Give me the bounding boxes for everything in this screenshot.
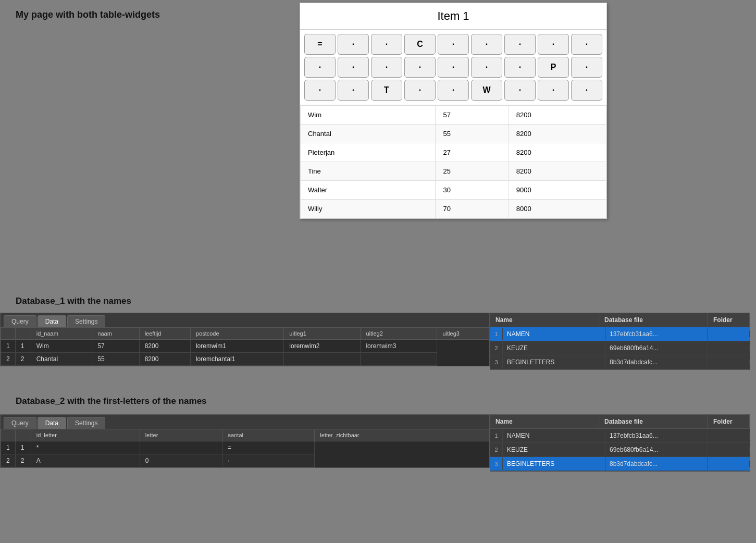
grid-btn-24[interactable]: ·	[504, 80, 536, 101]
grid-btn-15[interactable]: ·	[504, 57, 536, 78]
table-cell: A	[31, 454, 140, 467]
grid-btn-25[interactable]: ·	[538, 80, 569, 101]
list-item[interactable]: 1NAMEN137ebfcb31aa6...	[490, 429, 750, 443]
db1-list-panel: Name Database file Folder 1NAMEN137ebfcb…	[490, 313, 750, 370]
list-item-num: 1	[490, 328, 503, 340]
tab-query[interactable]: Query	[4, 315, 36, 327]
list-item[interactable]: 3BEGINLETTERS8b3d7dabdcafc...	[490, 457, 750, 471]
db1-table: id_naamnaamleeftijdpostcodeuitleg1uitleg…	[1, 327, 489, 366]
grid-btn-6[interactable]: ·	[504, 34, 536, 55]
page-title: My page with both table-widgets	[16, 9, 160, 20]
list-item-num: 3	[490, 356, 503, 368]
widget-cell-name: Tine	[301, 162, 436, 181]
table-cell: 57	[92, 340, 139, 353]
table-row[interactable]: Chantal558200	[301, 125, 606, 143]
grid-btn-22[interactable]: ·	[438, 80, 469, 101]
tab-data[interactable]: Data	[38, 417, 66, 429]
table-cell: =	[222, 441, 315, 454]
list-item-folder	[708, 447, 750, 453]
tab-query[interactable]: Query	[4, 417, 36, 429]
list-item-num: 2	[490, 443, 503, 456]
widget-cell-postcode: 8200	[509, 125, 606, 143]
table-cell: 1	[15, 340, 31, 353]
list-item-name: BEGINLETTERS	[503, 355, 605, 369]
widget-cell-postcode: 8200	[509, 162, 606, 181]
table-row[interactable]: 22Chantal558200loremchantal1	[1, 353, 489, 366]
table-cell: loremchantal1	[190, 353, 283, 366]
db2-list-header: Name Database file Folder	[490, 415, 750, 429]
grid-btn-12[interactable]: ·	[404, 57, 436, 78]
list-item-name: BEGINLETTERS	[503, 457, 605, 471]
list-item-folder	[708, 359, 750, 365]
grid-btn-3[interactable]: C	[404, 34, 436, 55]
list-item[interactable]: 3BEGINLETTERS8b3d7dabdcafc...	[490, 355, 750, 369]
list-item-num: 1	[490, 429, 503, 442]
db1-list-header: Name Database file Folder	[490, 313, 750, 327]
list-item[interactable]: 1NAMEN137ebfcb31aa6...	[490, 327, 750, 341]
grid-btn-21[interactable]: ·	[404, 80, 436, 101]
table-cell: Chantal	[31, 353, 92, 366]
col-header-naam: naam	[92, 328, 139, 340]
grid-btn-19[interactable]: ·	[338, 80, 369, 101]
widget-table: Wim578200Chantal558200Pieterjan278200Tin…	[300, 105, 606, 218]
tab-settings[interactable]: Settings	[67, 315, 105, 327]
grid-btn-20[interactable]: T	[371, 80, 402, 101]
db2-list-rows: 1NAMEN137ebfcb31aa6...2KEUZE69eb680fb6a1…	[490, 429, 750, 471]
grid-btn-4[interactable]: ·	[438, 34, 469, 55]
list-item-file: 69eb680fb6a14...	[605, 341, 708, 355]
grid-btn-0[interactable]: =	[304, 34, 336, 55]
widget-cell-name: Chantal	[301, 125, 436, 143]
widget-cell-name: Walter	[301, 181, 436, 200]
table-row[interactable]: 11Wim578200loremwim1loremwim2loremwim3	[1, 340, 489, 353]
grid-btn-10[interactable]: ·	[338, 57, 369, 78]
grid-btn-26[interactable]: ·	[571, 80, 602, 101]
grid-btn-5[interactable]: ·	[471, 34, 502, 55]
table-row[interactable]: 22A0·	[1, 454, 489, 467]
table-row[interactable]: Willy708000	[301, 200, 606, 218]
button-grid: =··C············P···T··W···	[300, 30, 606, 105]
grid-btn-23[interactable]: W	[471, 80, 502, 101]
table-cell	[140, 441, 222, 454]
table-row[interactable]: Tine258200	[301, 162, 606, 181]
db1-list-rows: 1NAMEN137ebfcb31aa6...2KEUZE69eb680fb6a1…	[490, 327, 750, 369]
grid-btn-13[interactable]: ·	[438, 57, 469, 78]
grid-btn-8[interactable]: ·	[571, 34, 602, 55]
widget-container: Item 1 =··C············P···T··W··· Wim57…	[300, 3, 607, 219]
widget-cell-postcode: 8200	[509, 143, 606, 162]
widget-cell-name: Willy	[301, 200, 436, 218]
list-item[interactable]: 2KEUZE69eb680fb6a14...	[490, 341, 750, 355]
db1-header-folder: Folder	[708, 313, 750, 327]
grid-btn-14[interactable]: ·	[471, 57, 502, 78]
col-header-uitleg1: uitleg1	[284, 328, 361, 340]
tab-data[interactable]: Data	[38, 315, 66, 327]
col-header-id_naam: id_naam	[31, 328, 92, 340]
db2-panel: QueryDataSettings id_letterletteraantall…	[0, 414, 490, 468]
grid-btn-16[interactable]: P	[538, 57, 569, 78]
table-row[interactable]: Walter309000	[301, 181, 606, 200]
table-cell: Wim	[31, 340, 92, 353]
db2-list-panel: Name Database file Folder 1NAMEN137ebfcb…	[490, 414, 750, 472]
list-item-file: 8b3d7dabdcafc...	[605, 457, 708, 471]
table-row[interactable]: Wim578200	[301, 106, 606, 125]
list-item-name: NAMEN	[503, 429, 605, 442]
grid-btn-11[interactable]: ·	[371, 57, 402, 78]
db2-table: id_letterletteraantalletter_zichtbaar11*…	[1, 429, 489, 467]
list-item-num: 3	[490, 458, 503, 470]
db1-panel: QueryDataSettings id_naamnaamleeftijdpos…	[0, 313, 490, 366]
col-header-leeftijd: leeftijd	[139, 328, 190, 340]
grid-btn-1[interactable]: ·	[338, 34, 369, 55]
grid-btn-9[interactable]: ·	[304, 57, 336, 78]
db1-header-file: Database file	[599, 313, 708, 327]
grid-btn-17[interactable]: ·	[571, 57, 602, 78]
tab-settings[interactable]: Settings	[67, 417, 105, 429]
list-item[interactable]: 2KEUZE69eb680fb6a14...	[490, 443, 750, 457]
table-row[interactable]: Pieterjan278200	[301, 143, 606, 162]
table-cell	[284, 353, 361, 366]
table-row[interactable]: 11*=	[1, 441, 489, 454]
grid-btn-7[interactable]: ·	[538, 34, 569, 55]
widget-cell-age: 70	[436, 200, 509, 218]
widget-cell-postcode: 9000	[509, 181, 606, 200]
db2-header-file: Database file	[599, 415, 708, 428]
grid-btn-2[interactable]: ·	[371, 34, 402, 55]
grid-btn-18[interactable]: ·	[304, 80, 336, 101]
